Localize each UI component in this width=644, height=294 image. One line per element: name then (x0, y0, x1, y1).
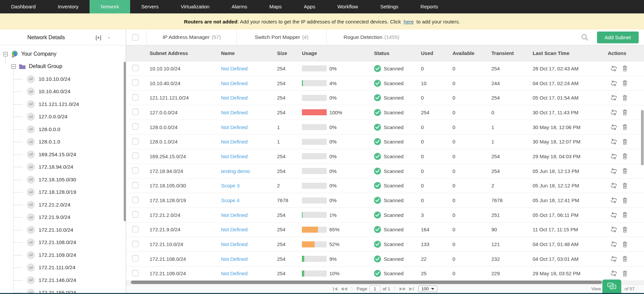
subnet-name-link[interactable]: Not Defined (221, 271, 248, 276)
nav-item[interactable]: Settings (369, 0, 409, 13)
delete-subnet-icon[interactable] (622, 109, 628, 115)
sidebar-subnet-item[interactable]: v4 172.21.2.0/24 (0, 198, 126, 211)
sidebar-subnet-item[interactable]: v4 127.0.0.0/24 (0, 111, 126, 123)
rescan-subnet-icon[interactable] (610, 271, 618, 276)
row-checkbox[interactable] (132, 79, 139, 86)
row-checkbox[interactable] (132, 138, 139, 144)
delete-subnet-icon[interactable] (622, 168, 628, 174)
col-status[interactable]: Status (374, 50, 421, 56)
row-checkbox[interactable] (132, 109, 139, 115)
rescan-subnet-icon[interactable] (610, 154, 618, 159)
search-icon[interactable] (581, 34, 589, 43)
horizontal-scrollbar-thumb[interactable] (131, 281, 602, 284)
rescan-subnet-icon[interactable] (610, 110, 618, 115)
rescan-subnet-icon[interactable] (610, 197, 618, 203)
rescan-subnet-icon[interactable] (610, 241, 618, 247)
subnet-name-link[interactable]: Not Defined (221, 124, 248, 130)
rescan-subnet-icon[interactable] (610, 212, 618, 218)
nav-item[interactable]: Maps (258, 0, 293, 13)
row-checkbox[interactable] (132, 167, 139, 174)
sidebar-subnet-item[interactable]: v4 10.10.10.0/24 (0, 73, 126, 85)
sidebar-subnet-item[interactable]: v4 172.18.128.0/19 (0, 186, 126, 199)
nav-item[interactable]: Reports (410, 0, 449, 13)
col-size[interactable]: Size (277, 50, 302, 56)
rescan-subnet-icon[interactable] (610, 256, 618, 262)
row-checkbox[interactable] (132, 182, 139, 188)
row-checkbox[interactable] (132, 226, 139, 232)
col-last-scan-time[interactable]: Last Scan Time (533, 50, 608, 56)
subnet-name-link[interactable]: Not Defined (221, 139, 248, 144)
row-checkbox[interactable] (132, 241, 139, 247)
col-subnet-address[interactable]: Subnet Address (150, 50, 221, 56)
nav-item[interactable]: Inventory (47, 0, 90, 13)
subnet-name-link[interactable]: Scope 3 (221, 183, 239, 188)
rescan-subnet-icon[interactable] (610, 80, 618, 86)
rescan-subnet-icon[interactable] (610, 66, 618, 71)
subnet-name-link[interactable]: Not Defined (221, 66, 248, 71)
rescan-subnet-icon[interactable] (610, 95, 618, 101)
delete-subnet-icon[interactable] (622, 271, 628, 277)
nav-item[interactable]: Virtualization (170, 0, 221, 13)
row-checkbox[interactable] (132, 255, 139, 261)
tree-root-company[interactable]: Your Company (0, 48, 126, 60)
subnet-name-link[interactable]: Not Defined (221, 95, 248, 101)
col-used[interactable]: Used (421, 50, 452, 56)
expand-all-control[interactable]: [+] (96, 35, 101, 40)
subnet-name-link[interactable]: Not Defined (221, 241, 248, 247)
subnet-name-link[interactable]: Not Defined (221, 80, 248, 86)
sidebar-subnet-item[interactable]: v4 172.21.111.0/24 (0, 261, 126, 274)
nav-item[interactable]: Dashboard (0, 0, 47, 13)
rescan-subnet-icon[interactable] (610, 168, 618, 174)
subnet-name-link[interactable]: Not Defined (221, 110, 248, 115)
table-vertical-scrollbar-thumb[interactable] (641, 110, 644, 165)
delete-subnet-icon[interactable] (622, 212, 628, 218)
select-all-checkbox[interactable] (132, 34, 139, 41)
delete-subnet-icon[interactable] (622, 197, 628, 203)
row-checkbox[interactable] (132, 65, 139, 71)
sidebar-subnet-item[interactable]: v4 172.18.94.0/24 (0, 161, 126, 174)
rescan-subnet-icon[interactable] (610, 227, 618, 232)
subnet-name-link[interactable]: Not Defined (221, 212, 248, 218)
delete-subnet-icon[interactable] (622, 256, 628, 262)
sidebar-subnet-item[interactable]: v4 128.0.1.0 (0, 136, 126, 149)
previous-page-button[interactable] (340, 287, 347, 291)
row-checkbox[interactable] (132, 123, 139, 130)
sidebar-subnet-item[interactable]: v4 172.21.10.0/24 (0, 224, 126, 236)
collapse-all-control[interactable]: - (108, 35, 110, 40)
col-name[interactable]: Name (221, 50, 277, 56)
subnet-name-link[interactable]: Not Defined (221, 154, 248, 159)
collapse-toggle-icon[interactable] (11, 64, 16, 69)
tree-group-default[interactable]: Default Group (0, 60, 126, 73)
row-checkbox[interactable] (132, 94, 139, 101)
module-tab[interactable]: Rogue Detection (1455) (326, 30, 416, 45)
col-usage[interactable]: Usage (302, 50, 374, 56)
subnet-name-link[interactable]: Not Defined (221, 227, 248, 232)
delete-subnet-icon[interactable] (622, 65, 628, 71)
last-page-button[interactable] (409, 287, 414, 291)
first-page-button[interactable] (333, 287, 338, 291)
nav-item[interactable]: Network (90, 0, 130, 13)
sidebar-subnet-item[interactable]: v4 172.18.105.0/30 (0, 173, 126, 186)
nav-item[interactable]: Servers (130, 0, 170, 13)
sidebar-subnet-item[interactable]: v4 121.121.121.0/24 (0, 98, 126, 111)
delete-subnet-icon[interactable] (622, 80, 628, 86)
col-available[interactable]: Available (452, 50, 491, 56)
sidebar-subnet-item[interactable]: v4 10.10.40.0/24 (0, 85, 126, 98)
delete-subnet-icon[interactable] (622, 153, 628, 159)
delete-subnet-icon[interactable] (622, 241, 628, 247)
delete-subnet-icon[interactable] (622, 95, 628, 101)
rescan-subnet-icon[interactable] (610, 183, 618, 188)
row-checkbox[interactable] (132, 197, 139, 203)
row-checkbox[interactable] (132, 211, 139, 218)
page-size-select[interactable]: 100 (418, 286, 437, 292)
table-horizontal-scrollbar[interactable] (126, 280, 644, 284)
subnet-name-link[interactable]: testing demo (221, 168, 250, 174)
sidebar-subnet-item[interactable]: v4 172.21.9.0/24 (0, 211, 126, 224)
page-number-input[interactable] (370, 286, 380, 292)
module-tab[interactable]: IP Address Manager (57) (147, 30, 236, 45)
add-subnet-button[interactable]: Add Subnet (597, 32, 639, 43)
delete-subnet-icon[interactable] (622, 124, 628, 130)
next-page-button[interactable] (399, 287, 406, 291)
col-transient[interactable]: Transient (491, 50, 533, 56)
delete-subnet-icon[interactable] (622, 139, 628, 145)
